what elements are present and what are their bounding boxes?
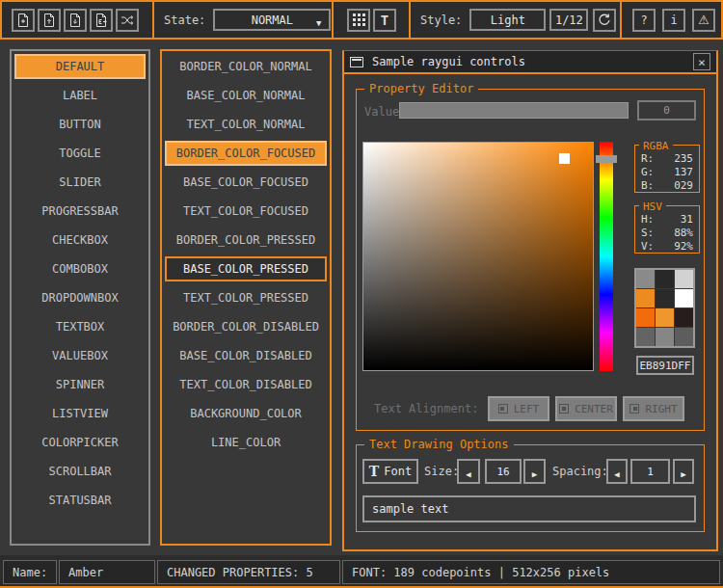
style-name-value: Light xyxy=(491,13,525,27)
reload-style-button[interactable] xyxy=(593,9,616,32)
controls-list-item[interactable]: VALUEBOX xyxy=(14,343,146,368)
reload-icon xyxy=(598,13,611,27)
rgba-row-g: G: 137 xyxy=(635,166,699,179)
text-preview-button[interactable] xyxy=(373,9,396,32)
random-style-button[interactable] xyxy=(116,9,139,32)
controls-list-item[interactable]: SPINNER xyxy=(14,372,146,397)
properties-list-item[interactable]: BASE_COLOR_NORMAL xyxy=(165,83,327,108)
properties-list-item[interactable]: BORDER_COLOR_FOCUSED xyxy=(165,141,327,166)
color-swatch[interactable] xyxy=(636,328,655,346)
style-counter-value: 1/12 xyxy=(555,13,583,27)
align-center-label: CENTER xyxy=(575,403,613,415)
properties-list-item[interactable]: TEXT_COLOR_NORMAL xyxy=(165,112,327,137)
g-label: G: xyxy=(641,166,654,179)
grid-toggle-button[interactable] xyxy=(347,9,370,32)
align-left-button[interactable]: LEFT xyxy=(488,396,549,421)
value-box[interactable]: 0 xyxy=(637,100,696,120)
color-swatch[interactable] xyxy=(675,328,693,346)
properties-list-item[interactable]: BASE_COLOR_FOCUSED xyxy=(165,170,327,195)
size-value-box[interactable]: 16 xyxy=(485,459,522,484)
color-swatch[interactable] xyxy=(656,270,674,288)
properties-list-item[interactable]: BORDER_COLOR_PRESSED xyxy=(165,227,327,253)
arrow-left-icon xyxy=(614,463,619,481)
export-file-button[interactable] xyxy=(90,9,113,32)
shuffle-icon xyxy=(120,13,134,27)
r-label: R: xyxy=(641,152,654,166)
style-name-cell[interactable]: Amber xyxy=(59,560,155,584)
h-value: 31 xyxy=(681,213,693,227)
controls-list-item[interactable]: COMBOBOX xyxy=(14,256,146,281)
font-button[interactable]: Font xyxy=(362,459,418,484)
color-swatch[interactable] xyxy=(636,270,655,288)
controls-list-item[interactable]: COLORPICKER xyxy=(14,430,146,455)
color-swatch[interactable] xyxy=(636,289,655,307)
align-right-button[interactable]: RIGHT xyxy=(623,396,684,421)
value-slider[interactable] xyxy=(399,102,629,119)
window-titlebar[interactable]: Sample raygui controls xyxy=(344,51,716,74)
color-swatch[interactable] xyxy=(675,270,693,288)
controls-list-item[interactable]: SLIDER xyxy=(14,170,146,195)
style-counter: 1/12 xyxy=(549,9,588,31)
properties-list-item[interactable]: BASE_COLOR_PRESSED xyxy=(165,256,327,281)
state-dropdown[interactable]: NORMAL xyxy=(213,9,331,31)
font-button-label: Font xyxy=(384,465,412,478)
color-cursor[interactable] xyxy=(559,153,570,164)
color-swatch[interactable] xyxy=(675,308,693,327)
style-name-button[interactable]: Light xyxy=(469,9,546,31)
size-decrease-button[interactable] xyxy=(457,459,480,484)
color-swatch[interactable] xyxy=(656,289,674,307)
warning-icon xyxy=(698,13,710,27)
color-swatch[interactable] xyxy=(636,308,655,327)
color-panel[interactable] xyxy=(362,142,594,371)
properties-list-item[interactable]: TEXT_COLOR_PRESSED xyxy=(165,285,327,310)
save-file-button[interactable] xyxy=(64,9,87,32)
controls-list: DEFAULTLABELBUTTONTOGGLESLIDERPROGRESSBA… xyxy=(10,49,150,546)
hex-value-box[interactable]: EB891DFF xyxy=(636,356,694,375)
controls-list-item[interactable]: BUTTON xyxy=(14,112,146,137)
size-increase-button[interactable] xyxy=(523,459,546,484)
properties-list-item[interactable]: TEXT_COLOR_FOCUSED xyxy=(165,199,327,224)
properties-list-item[interactable]: BORDER_COLOR_NORMAL xyxy=(165,54,327,79)
controls-list-item[interactable]: SCROLLBAR xyxy=(14,459,146,484)
controls-list-item[interactable]: LABEL xyxy=(14,83,146,108)
controls-list-item[interactable]: CHECKBOX xyxy=(14,227,146,253)
info-icon xyxy=(670,13,677,27)
properties-list-item[interactable]: BACKGROUND_COLOR xyxy=(165,401,327,426)
color-swatch[interactable] xyxy=(675,289,693,307)
window-icon xyxy=(350,57,363,67)
sample-text-input[interactable]: sample text xyxy=(362,495,696,522)
properties-list-item[interactable]: LINE_COLOR xyxy=(165,430,327,455)
spacing-value-box[interactable]: 1 xyxy=(630,459,670,484)
spacing-increase-button[interactable] xyxy=(673,459,694,484)
close-button[interactable] xyxy=(693,53,710,70)
open-file-button[interactable] xyxy=(38,9,61,32)
properties-list-item[interactable]: TEXT_COLOR_DISABLED xyxy=(165,372,327,397)
controls-list-item[interactable]: PROGRESSBAR xyxy=(14,199,146,224)
color-swatch[interactable] xyxy=(656,328,674,346)
properties-list-item[interactable]: BASE_COLOR_DISABLED xyxy=(165,343,327,368)
rgba-row-r: R: 235 xyxy=(635,152,699,166)
rgba-row-b: B: 029 xyxy=(635,179,699,193)
properties-list-item[interactable]: BORDER_COLOR_DISABLED xyxy=(165,314,327,339)
controls-list-item[interactable]: LISTVIEW xyxy=(14,401,146,426)
controls-list-item[interactable]: TOGGLE xyxy=(14,141,146,166)
align-center-button[interactable]: CENTER xyxy=(555,396,617,421)
info-button[interactable] xyxy=(662,9,685,32)
controls-list-item[interactable]: DEFAULT xyxy=(14,54,146,79)
spacing-decrease-button[interactable] xyxy=(606,459,628,484)
report-issue-button[interactable] xyxy=(692,9,715,32)
spacing-label: Spacing: xyxy=(552,465,608,478)
hsv-row-h: H: 31 xyxy=(635,213,699,227)
controls-list-item[interactable]: DROPDOWNBOX xyxy=(14,285,146,310)
color-swatch[interactable] xyxy=(656,308,674,327)
new-file-button[interactable] xyxy=(12,9,35,32)
hue-bar[interactable] xyxy=(600,142,613,371)
help-button[interactable] xyxy=(632,9,656,32)
controls-list-item[interactable]: STATUSBAR xyxy=(14,488,146,513)
controls-list-item[interactable]: TEXTBOX xyxy=(14,314,146,339)
state-label: State: xyxy=(164,13,205,27)
hue-handle[interactable] xyxy=(596,155,617,163)
toolbar-help-section xyxy=(622,2,721,38)
toolbar-state-section: State: NORMAL xyxy=(154,2,334,38)
align-left-label: LEFT xyxy=(514,403,540,415)
